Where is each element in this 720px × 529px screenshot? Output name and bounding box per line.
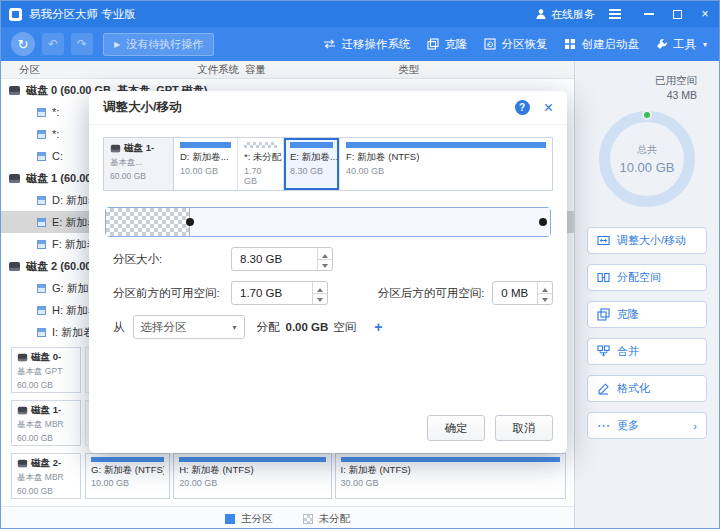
minimize-button[interactable] [635, 1, 663, 27]
used-space-dot [642, 110, 652, 120]
create-bootable-button[interactable]: 创建启动盘 [564, 37, 639, 52]
menu-icon[interactable] [609, 9, 621, 19]
column-capacity: 容量 [245, 63, 266, 77]
migrate-os-button[interactable]: 迁移操作系统 [323, 37, 410, 52]
spinner-down-icon[interactable] [538, 294, 552, 305]
clone-side-button[interactable]: 克隆 [587, 301, 707, 328]
ok-button[interactable]: 确定 [427, 415, 485, 441]
disk-name: 磁盘 0- [31, 351, 61, 364]
disk-map-disk0-cell[interactable]: 磁盘 0- 基本盘 GPT 60.00 GB [11, 347, 81, 393]
disk-size: 60.00 GB [17, 380, 75, 390]
space-before-input[interactable]: 1.70 GB [231, 281, 328, 305]
partition-block-h[interactable]: H: 新加卷 (NTFS) 20.00 GB [173, 453, 331, 499]
cancel-button[interactable]: 取消 [495, 415, 553, 441]
create-bootable-label: 创建启动盘 [581, 37, 639, 52]
partition-label: H: 新加卷 (NTFS) [179, 464, 325, 477]
disk-icon [111, 145, 120, 153]
strip-block-unallocated[interactable]: *: 未分配 1.70 GB [238, 138, 284, 190]
refresh-button[interactable]: ↻ [11, 32, 35, 56]
clone-button[interactable]: 克隆 [427, 37, 467, 52]
select-partition-value: 选择分区 [141, 320, 233, 335]
legend-unallocated: 未分配 [303, 512, 351, 526]
more-label: 更多 [617, 418, 639, 433]
online-service-button[interactable]: 在线服务 [535, 7, 595, 22]
slider-partition-region[interactable] [190, 208, 550, 236]
space-after-value: 0 MB [493, 287, 537, 299]
strip-block-d[interactable]: D: 新加卷... 10.00 GB [174, 138, 238, 190]
partition-recovery-button[interactable]: 分区恢复 [484, 37, 547, 52]
slider-right-handle[interactable] [539, 218, 547, 226]
dialog-header: 调整大小/移动 ? × [89, 91, 567, 125]
help-button[interactable]: ? [515, 100, 530, 115]
partition-recovery-label: 分区恢复 [501, 37, 547, 52]
spinner-down-icon[interactable] [313, 294, 327, 305]
pending-operations-button[interactable]: ▶ 没有待执行操作 [103, 33, 214, 56]
disk-map-disk1-cell[interactable]: 磁盘 1- 基本盘 MBR 60.00 GB [11, 400, 81, 446]
legend-bar: 主分区 未分配 [1, 506, 574, 529]
undo-button[interactable]: ↶ [42, 33, 64, 55]
refresh-icon: ↻ [18, 37, 29, 52]
spinner-up-icon[interactable] [318, 248, 332, 260]
select-partition-dropdown[interactable]: 选择分区 ▾ [133, 315, 245, 339]
used-space-value: 43 MB [575, 88, 697, 103]
undo-icon: ↶ [48, 37, 58, 51]
maximize-button[interactable] [663, 1, 691, 27]
chevron-down-icon: ▾ [703, 40, 707, 49]
disk-type: 基本盘 GPT [17, 366, 75, 378]
strip-disk-cell: 磁盘 1- 基本盘... 60.00 GB [104, 138, 174, 190]
toolbar: ↻ ↶ ↷ ▶ 没有待执行操作 迁移操作系统 克隆 分区恢复 创建启动盘 [1, 27, 719, 61]
bootable-grid-icon [564, 38, 576, 50]
dialog-close-button[interactable]: × [544, 100, 553, 116]
partition-bar [91, 457, 164, 462]
strip-block-f[interactable]: F: 新加卷 (NTFS) 40.00 GB [340, 138, 552, 190]
partition-bar [346, 142, 546, 148]
allocate-space-button[interactable]: 分配空间 [587, 264, 707, 291]
allocate-space-icon [597, 271, 610, 284]
pending-operations-label: 没有待执行操作 [126, 37, 203, 52]
recovery-icon [484, 38, 496, 50]
strip-block-e-selected[interactable]: E: 新加卷... 8.30 GB [284, 138, 340, 190]
unallocated-bar [244, 142, 277, 148]
redo-icon: ↷ [77, 37, 87, 51]
format-label: 格式化 [617, 381, 650, 396]
tools-button[interactable]: 工具 ▾ [656, 37, 707, 52]
spinner-buttons[interactable] [317, 248, 332, 270]
resize-move-icon [597, 234, 610, 247]
disk-icon [18, 460, 27, 468]
resize-move-button[interactable]: 调整大小/移动 [587, 227, 707, 254]
add-allocation-icon[interactable]: + [374, 319, 382, 335]
more-button[interactable]: ⋯ 更多 › [587, 412, 707, 439]
spinner-up-icon[interactable] [538, 282, 552, 294]
disk2-partitions: G: 新加卷 (NTFS) 10.00 GB H: 新加卷 (NTFS) 20.… [85, 453, 566, 499]
spinner-buttons[interactable] [312, 282, 327, 304]
disk-icon [18, 407, 27, 415]
strip-disk-type: 基本盘... [110, 157, 167, 169]
migrate-icon [323, 38, 336, 50]
chevron-down-icon: ▾ [232, 323, 236, 332]
space-after-input[interactable]: 0 MB [492, 281, 553, 305]
partition-block-i[interactable]: I: 新加卷 (NTFS) 30.00 GB [335, 453, 567, 499]
spinner-up-icon[interactable] [313, 282, 327, 294]
column-type: 类型 [398, 63, 419, 77]
spinner-buttons[interactable] [537, 282, 552, 304]
close-icon: × [701, 7, 708, 21]
merge-button[interactable]: 合并 [587, 338, 707, 365]
chevron-right-icon: › [693, 420, 697, 432]
partition-size-input[interactable]: 8.30 GB [231, 247, 333, 271]
table-header: 分区 文件系统 容量 类型 [1, 61, 574, 79]
redo-button[interactable]: ↷ [71, 33, 93, 55]
strip-block-size: 40.00 GB [346, 166, 546, 176]
disk-map-disk2-cell[interactable]: 磁盘 2- 基本盘 MBR 60.00 GB [11, 453, 81, 499]
allocate-suffix: 空间 [333, 320, 356, 335]
resize-slider[interactable] [105, 207, 551, 237]
spinner-down-icon[interactable] [318, 260, 332, 271]
format-button[interactable]: 格式化 [587, 375, 707, 402]
partition-block-g[interactable]: G: 新加卷 (NTFS) 10.00 GB [85, 453, 170, 499]
disk-type: 基本盘 MBR [17, 419, 75, 431]
legend-primary-label: 主分区 [241, 512, 273, 526]
dialog-footer: 确定 取消 [427, 415, 553, 441]
partition-icon [37, 152, 46, 161]
close-button[interactable]: × [691, 1, 719, 27]
allocate-space-label: 分配空间 [617, 270, 661, 285]
app-logo-icon [9, 8, 22, 21]
